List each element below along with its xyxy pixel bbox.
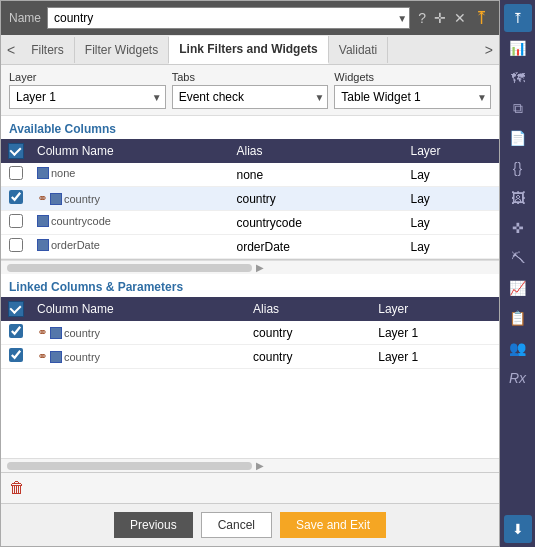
row-alias-2: country (230, 187, 404, 211)
row-layer-3: Lay (404, 211, 499, 235)
row-name-4: orderDate (31, 235, 230, 259)
row-name-2: ⚭ country (31, 187, 230, 211)
linked-table-icon-2 (50, 351, 62, 363)
sidebar-rx-icon[interactable]: Rx (504, 364, 532, 392)
available-hscrollbar-thumb[interactable] (7, 264, 252, 272)
sidebar-chart-icon[interactable]: 📊 (504, 34, 532, 62)
save-exit-button[interactable]: Save and Exit (280, 512, 386, 538)
sidebar-report-icon[interactable]: 📋 (504, 304, 532, 332)
linked-row-checkbox-1[interactable] (9, 324, 23, 338)
linked-row-checkbox-2[interactable] (9, 348, 23, 362)
sidebar-file-icon[interactable]: 📄 (504, 124, 532, 152)
available-columns-table-wrapper[interactable]: Column Name Alias Layer none none Lay (1, 139, 499, 260)
row-checkbox-2[interactable] (9, 190, 23, 204)
tab-link-filters[interactable]: Link Filters and Widgets (169, 36, 329, 64)
linked-col-layer-header: Layer (372, 297, 499, 321)
help-button[interactable]: ? (416, 10, 428, 26)
right-sidebar: ⤒ 📊 🗺 ⧉ 📄 {} 🖼 ✜ ⛏ 📈 📋 👥 Rx ⬇ (500, 0, 535, 547)
sidebar-expand-icon[interactable]: ⤒ (504, 4, 532, 32)
footer: Previous Cancel Save and Exit (1, 503, 499, 546)
linked-table-row: ⚭ country country Layer 1 (1, 321, 499, 345)
linked-row-alias-2: country (247, 345, 372, 369)
linked-col-name-header: Column Name (31, 297, 247, 321)
expand-button[interactable]: ⤒ (472, 7, 491, 29)
previous-button[interactable]: Previous (114, 512, 193, 538)
linked-link-icon-2: ⚭ (37, 349, 48, 364)
row-name-1: none (31, 163, 230, 187)
available-col-alias-header: Alias (230, 139, 404, 163)
row-check-1[interactable] (1, 163, 31, 187)
cancel-button[interactable]: Cancel (201, 512, 272, 538)
widgets-select[interactable]: Table Widget 1 (334, 85, 491, 109)
linked-col-check-header (1, 297, 31, 321)
linked-row-layer-2: Layer 1 (372, 345, 499, 369)
sidebar-code-icon[interactable]: {} (504, 154, 532, 182)
table-row: orderDate orderDate Lay (1, 235, 499, 259)
table-row: ⚭ country country Lay (1, 187, 499, 211)
linked-row-check-1[interactable] (1, 321, 31, 345)
linked-row-check-2[interactable] (1, 345, 31, 369)
select-all-checkbox[interactable] (8, 143, 24, 159)
available-columns-title: Available Columns (1, 116, 499, 139)
row-layer-2: Lay (404, 187, 499, 211)
delete-button[interactable]: 🗑 (9, 479, 25, 497)
row-alias-4: orderDate (230, 235, 404, 259)
linked-columns-table-wrapper[interactable]: Column Name Alias Layer ⚭ country countr… (1, 297, 499, 369)
tab-filter-widgets[interactable]: Filter Widgets (75, 37, 169, 63)
linked-table-icon-1 (50, 327, 62, 339)
row-checkbox-1[interactable] (9, 166, 23, 180)
row-checkbox-3[interactable] (9, 214, 23, 228)
name-label: Name (9, 11, 41, 25)
linked-row-alias-1: country (247, 321, 372, 345)
available-col-name-header: Column Name (31, 139, 230, 163)
tab-filters[interactable]: Filters (21, 37, 75, 63)
controls-row: Layer Layer 1 ▼ Tabs Event check ▼ (1, 65, 499, 116)
row-check-4[interactable] (1, 235, 31, 259)
bottom-hscrollbar-thumb[interactable] (7, 462, 252, 470)
linked-row-name-2: ⚭ country (31, 345, 247, 369)
linked-row-name-1: ⚭ country (31, 321, 247, 345)
tab-next-button[interactable]: > (479, 35, 499, 64)
sidebar-table-icon[interactable]: ✜ (504, 214, 532, 242)
linked-select-all-checkbox[interactable] (8, 301, 24, 317)
tabs-label: Tabs (172, 71, 329, 83)
available-col-check-header (1, 139, 31, 163)
sidebar-group-icon[interactable]: 👥 (504, 334, 532, 362)
sidebar-linechart-icon[interactable]: 📈 (504, 274, 532, 302)
sidebar-layers-icon[interactable]: ⧉ (504, 94, 532, 122)
name-dropdown-icon: ▼ (397, 13, 407, 24)
table-icon-4 (37, 239, 49, 251)
row-name-3: countrycode (31, 211, 230, 235)
row-checkbox-4[interactable] (9, 238, 23, 252)
move-button[interactable]: ✛ (432, 10, 448, 26)
tab-validati[interactable]: Validati (329, 37, 388, 63)
linked-row-layer-1: Layer 1 (372, 321, 499, 345)
sidebar-image-icon[interactable]: 🖼 (504, 184, 532, 212)
layer-label: Layer (9, 71, 166, 83)
linked-table-row: ⚭ country country Layer 1 (1, 345, 499, 369)
row-check-2[interactable] (1, 187, 31, 211)
layer-control: Layer Layer 1 ▼ (9, 71, 166, 109)
name-input[interactable] (47, 7, 410, 29)
available-col-layer-header: Layer (404, 139, 499, 163)
available-columns-table: Column Name Alias Layer none none Lay (1, 139, 499, 259)
sidebar-download-icon[interactable]: ⬇ (504, 515, 532, 543)
linked-columns-section: Linked Columns & Parameters Column Name … (1, 274, 499, 369)
sidebar-link-icon[interactable]: ⛏ (504, 244, 532, 272)
layer-select[interactable]: Layer 1 (9, 85, 166, 109)
row-alias-3: countrycode (230, 211, 404, 235)
table-icon-2 (50, 193, 62, 205)
close-button[interactable]: ✕ (452, 10, 468, 26)
row-check-3[interactable] (1, 211, 31, 235)
available-columns-section: Available Columns Column Name Alias Laye… (1, 116, 499, 274)
widgets-label: Widgets (334, 71, 491, 83)
row-layer-1: Lay (404, 163, 499, 187)
tabs-select[interactable]: Event check (172, 85, 329, 109)
available-hscroll[interactable]: ▶ (1, 260, 499, 274)
tabs-control: Tabs Event check ▼ (172, 71, 329, 109)
sidebar-map-icon[interactable]: 🗺 (504, 64, 532, 92)
tab-prev-button[interactable]: < (1, 35, 21, 64)
table-row: none none Lay (1, 163, 499, 187)
table-row: countrycode countrycode Lay (1, 211, 499, 235)
bottom-hscroll[interactable]: ▶ (1, 458, 499, 472)
